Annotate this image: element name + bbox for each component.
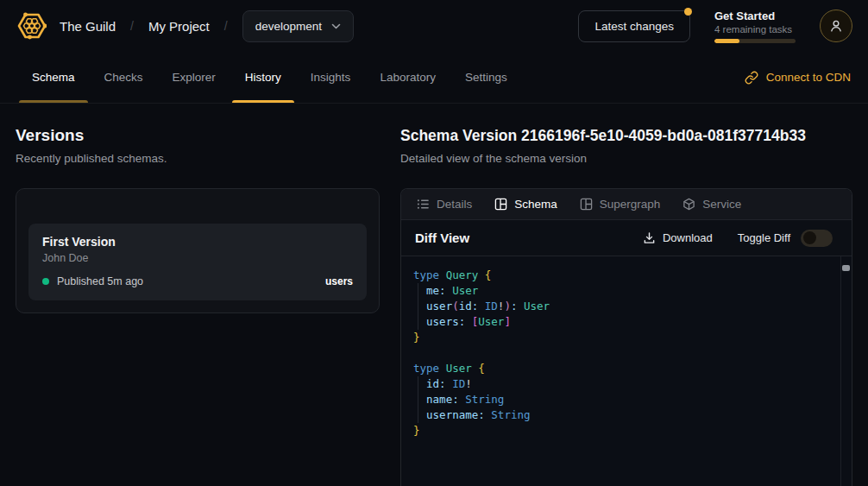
cube-icon bbox=[682, 198, 695, 211]
toggle-knob bbox=[803, 231, 816, 244]
diff-view-bar: Diff View Download Toggle Diff bbox=[401, 220, 852, 256]
link-icon bbox=[745, 71, 758, 85]
detail-tab-schema[interactable]: Schema bbox=[494, 198, 557, 211]
nav-tab-label: Laboratory bbox=[380, 71, 436, 84]
breadcrumb-project[interactable]: My Project bbox=[148, 19, 210, 34]
code-scrollbar-track bbox=[840, 256, 852, 486]
user-icon bbox=[827, 17, 845, 35]
columns-icon bbox=[580, 198, 593, 211]
toggle-diff-label: Toggle Diff bbox=[738, 231, 790, 244]
nav-tab-settings[interactable]: Settings bbox=[450, 52, 522, 103]
tab-indicator bbox=[19, 100, 88, 103]
latest-changes-button[interactable]: Latest changes bbox=[578, 10, 690, 42]
version-list-item[interactable]: First Version John Doe Published 5m ago … bbox=[28, 224, 367, 300]
nav-tab-checks[interactable]: Checks bbox=[90, 52, 158, 103]
columns-icon bbox=[494, 198, 507, 211]
nav-tab-label: Checks bbox=[104, 71, 143, 84]
connect-to-cdn-button[interactable]: Connect to CDN bbox=[745, 52, 851, 103]
nav-tab-label: Insights bbox=[311, 71, 351, 84]
list-icon bbox=[417, 198, 430, 211]
nav-tab-insights[interactable]: Insights bbox=[296, 52, 366, 103]
breadcrumb: The Guild / My Project / development bbox=[60, 10, 354, 42]
versions-panel: Versions Recently published schemas. Fir… bbox=[0, 104, 400, 486]
chevron-down-icon bbox=[331, 23, 341, 29]
schema-detail-card: Details Schema Supergraph bbox=[400, 188, 852, 486]
tab-indicator-active bbox=[232, 100, 294, 103]
get-started-subtitle: 4 remaining tasks bbox=[714, 24, 796, 35]
download-label: Download bbox=[663, 231, 713, 244]
hive-logo[interactable] bbox=[17, 11, 47, 41]
breadcrumb-separator: / bbox=[130, 19, 134, 33]
schema-code-area: type Query { me: User user(id: ID!): Use… bbox=[401, 256, 852, 486]
detail-tab-supergraph[interactable]: Supergraph bbox=[580, 198, 661, 211]
toggle-diff-switch[interactable] bbox=[801, 230, 833, 247]
toggle-diff-control: Toggle Diff bbox=[738, 230, 833, 247]
diff-view-actions: Download Toggle Diff bbox=[643, 230, 833, 247]
environment-dropdown[interactable]: development bbox=[242, 10, 354, 42]
schema-version-subtitle: Detailed view of the schema version bbox=[400, 152, 852, 165]
header-right: Latest changes Get Started 4 remaining t… bbox=[578, 9, 852, 43]
diff-view-title: Diff View bbox=[415, 230, 469, 245]
download-button[interactable]: Download bbox=[643, 231, 713, 244]
nav-tab-label: Explorer bbox=[173, 71, 216, 84]
version-status-text: Published 5m ago bbox=[57, 275, 143, 287]
get-started-title: Get Started bbox=[714, 9, 796, 22]
nav-tab-laboratory[interactable]: Laboratory bbox=[365, 52, 450, 103]
detail-tab-label: Details bbox=[437, 198, 472, 211]
nav-tab-schema[interactable]: Schema bbox=[17, 52, 90, 103]
nav-tab-history[interactable]: History bbox=[230, 52, 296, 103]
nav-tab-label: History bbox=[245, 71, 281, 84]
published-status-dot bbox=[42, 278, 49, 285]
hive-hexagon-icon bbox=[17, 11, 47, 41]
version-detail-panel: Schema Version 2166196f-5e10-4059-bd0a-0… bbox=[400, 104, 868, 486]
version-author: John Doe bbox=[42, 252, 353, 264]
version-name: First Version bbox=[42, 235, 353, 249]
notification-dot bbox=[684, 8, 692, 16]
detail-tabs: Details Schema Supergraph bbox=[401, 189, 852, 220]
versions-subtitle: Recently published schemas. bbox=[16, 152, 380, 165]
download-icon bbox=[643, 231, 656, 244]
versions-list-card: First Version John Doe Published 5m ago … bbox=[16, 188, 380, 313]
nav-tab-label: Schema bbox=[32, 71, 75, 84]
user-avatar[interactable] bbox=[820, 9, 852, 42]
detail-tab-service[interactable]: Service bbox=[682, 198, 741, 211]
environment-dropdown-value: development bbox=[255, 20, 322, 33]
version-service-name: users bbox=[325, 275, 353, 287]
detail-tab-label: Service bbox=[702, 198, 741, 211]
breadcrumb-org[interactable]: The Guild bbox=[60, 19, 116, 34]
get-started-widget[interactable]: Get Started 4 remaining tasks bbox=[714, 9, 796, 43]
version-status-row: Published 5m ago users bbox=[42, 275, 353, 287]
connect-to-cdn-label: Connect to CDN bbox=[766, 71, 851, 84]
code-scrollbar-thumb[interactable] bbox=[842, 265, 850, 271]
nav-tab-explorer[interactable]: Explorer bbox=[158, 52, 230, 103]
main-nav: Schema Checks Explorer History Insights … bbox=[0, 52, 868, 104]
main-content: Versions Recently published schemas. Fir… bbox=[0, 104, 868, 486]
latest-changes-label: Latest changes bbox=[594, 20, 674, 33]
nav-tab-label: Settings bbox=[465, 71, 507, 84]
detail-tab-label: Schema bbox=[514, 198, 557, 211]
versions-title: Versions bbox=[16, 126, 380, 145]
detail-tab-label: Supergraph bbox=[600, 198, 661, 211]
schema-version-title: Schema Version 2166196f-5e10-4059-bd0a-0… bbox=[400, 127, 852, 145]
breadcrumb-separator: / bbox=[224, 19, 228, 33]
detail-tab-details[interactable]: Details bbox=[417, 198, 472, 211]
get-started-progress-fill bbox=[714, 39, 739, 43]
code-block: type Query { me: User user(id: ID!): Use… bbox=[401, 256, 852, 439]
get-started-progress-track bbox=[714, 39, 796, 43]
app-header: The Guild / My Project / development Lat… bbox=[0, 0, 868, 52]
